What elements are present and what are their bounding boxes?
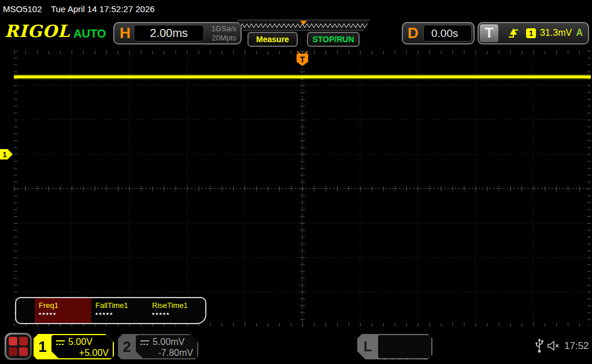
trigger-source-badge: 1 [526, 28, 536, 38]
channel2-status-block[interactable]: 2 5.00mV -7.80mV [118, 334, 198, 359]
speaker-muted-icon[interactable] [547, 340, 561, 351]
trigger-level-value: 31.3mV [540, 28, 572, 38]
windows-menu-button[interactable] [5, 333, 32, 360]
measurement-results-panel: Freq1 ***** FallTime1 ***** RiseTime1 **… [15, 297, 206, 324]
oscilloscope-screen: MSO5102 Tue April 14 17:52:27 2026 RIGOL… [0, 0, 592, 364]
measurement-slot-falltime1[interactable]: FallTime1 ***** [91, 298, 148, 323]
measurement-panel-pad [16, 298, 35, 323]
measurement-slot-freq1[interactable]: Freq1 ***** [35, 298, 91, 323]
delay-value[interactable]: 0.00s [423, 25, 472, 42]
preview-waveform-icon [238, 20, 369, 30]
channel2-offset: -7.80mV [158, 347, 193, 358]
waveform-display-area[interactable]: T [14, 51, 591, 326]
measurement-value: ***** [152, 311, 205, 318]
run-mode-indicator: AUTO [73, 27, 106, 40]
dc-coupling-icon [56, 339, 65, 346]
channel2-scale: 5.00mV [153, 336, 184, 347]
measurement-value: ***** [95, 311, 148, 318]
logic-channels-block[interactable]: L 0 1 2 3 4 5 6 7 8 9 1011 12131415 [357, 334, 432, 359]
preview-trigger-position-icon [300, 21, 307, 25]
channel1-level-marker[interactable]: 1 [0, 149, 13, 159]
trigger-marker-letter: T [300, 55, 305, 64]
sample-rate: 1GSa/s [212, 24, 236, 34]
trigger-sweep-mode: A [576, 28, 583, 38]
dc-coupling-icon [140, 339, 150, 346]
measure-button[interactable]: Measure [247, 32, 298, 47]
measurement-label: FallTime1 [95, 301, 148, 310]
measurement-label: Freq1 [39, 301, 91, 310]
waveform-preview-strip[interactable] [237, 20, 370, 31]
measurement-label: RiseTime1 [152, 301, 205, 310]
channel1-number: 1 [34, 334, 51, 359]
measurement-value: ***** [39, 311, 91, 318]
windows-menu-icon [6, 335, 30, 358]
logic-row-0-7: 0 1 2 3 4 5 6 7 [383, 357, 428, 364]
channel1-scale: 5.00V [68, 336, 92, 347]
logic-channel-list: 0 1 2 3 4 5 6 7 8 9 1011 12131415 [378, 335, 431, 358]
delay-label: D [408, 23, 419, 43]
model-name: MSO5102 [3, 4, 42, 14]
trigger-label: T [480, 24, 498, 42]
channel2-number: 2 [118, 334, 136, 359]
logic-label: L [357, 334, 378, 359]
measurement-slot-risetime1[interactable]: RiseTime1 ***** [148, 298, 205, 323]
stop-run-button[interactable]: STOP/RUN [307, 32, 360, 47]
rigol-logo: RIGOL [5, 23, 70, 40]
acquisition-info: 1GSa/s 20Mpts [212, 24, 236, 43]
trigger-status-box[interactable]: T 1 31.3mV A [478, 22, 589, 44]
trigger-delay-box[interactable]: D 0.00s [402, 22, 475, 44]
status-bar: MSO5102 Tue April 14 17:52:27 2026 [0, 0, 592, 17]
channel1-status-block[interactable]: 1 5.00V +5.00V [34, 334, 114, 359]
horizontal-label: H [120, 23, 131, 43]
timebase-value[interactable]: 2.00ms [134, 25, 204, 42]
horizontal-timebase-box[interactable]: H 2.00ms 1GSa/s 20Mpts [113, 22, 242, 44]
memory-depth: 20Mpts [212, 34, 236, 43]
graticule: T [14, 51, 591, 326]
channel1-offset: +5.00V [79, 347, 109, 358]
channel1-marker-number: 1 [2, 150, 6, 159]
usb-icon [535, 338, 544, 354]
clock-display: 17:52 [564, 340, 589, 352]
edge-trigger-rising-icon [508, 27, 520, 39]
datetime-text: Tue April 14 17:52:27 2026 [51, 4, 155, 14]
